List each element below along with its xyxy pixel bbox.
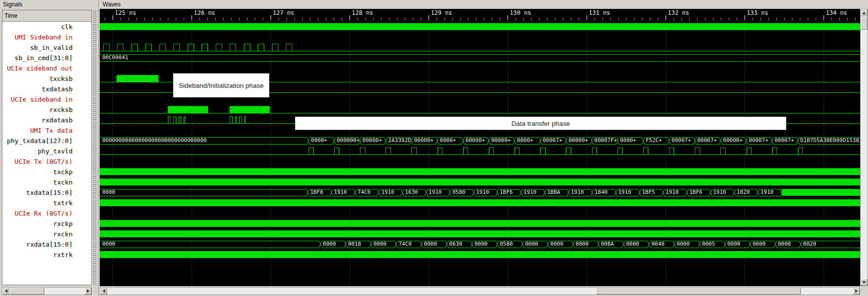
down-arrow-icon <box>862 281 866 284</box>
scroll-left-arrow[interactable] <box>2 288 9 295</box>
scroll-up-arrow[interactable] <box>861 9 868 16</box>
scroll-right-arrow[interactable] <box>84 288 91 295</box>
waves-scrollbar-thumb[interactable] <box>596 288 801 295</box>
waves-panel: Waves Sideband/Initialization phaseData … <box>100 0 868 296</box>
signal-name[interactable]: txcksb <box>2 74 91 84</box>
scroll-right-arrow[interactable] <box>853 288 860 295</box>
signal-group-label[interactable]: UCIe sideband out <box>2 63 91 74</box>
left-arrow-icon <box>103 289 105 293</box>
waves-vscrollbar-track[interactable] <box>861 16 868 279</box>
signals-frame: Time clkUMI Sideband insb_in_validsb_in_… <box>2 10 92 285</box>
waveform-canvas[interactable] <box>100 9 860 286</box>
gtkwave-window: Signals Time clkUMI Sideband insb_in_val… <box>0 0 868 296</box>
waves-scrollbar-track[interactable] <box>107 288 853 295</box>
signal-name[interactable]: phy_txvld <box>2 146 91 156</box>
signal-name[interactable]: rxdatasb <box>2 115 91 125</box>
signal-name[interactable]: rxckn <box>2 229 91 239</box>
waves-panel-title: Waves <box>100 0 868 9</box>
signals-panel: Signals Time clkUMI Sideband insb_in_val… <box>0 0 99 296</box>
right-arrow-icon <box>855 289 858 293</box>
signal-name[interactable]: sb_in_cmd[31:0] <box>2 53 91 63</box>
signal-name[interactable]: rxcksb <box>2 105 91 115</box>
signal-name[interactable]: rxtrk <box>2 250 91 260</box>
signal-name[interactable]: txtrk <box>2 198 91 208</box>
scroll-down-arrow[interactable] <box>861 279 868 286</box>
signal-group-label[interactable]: UCIe Tx (8GT/s) <box>2 156 91 167</box>
signal-name[interactable]: clk <box>2 22 91 32</box>
up-arrow-icon <box>862 12 866 14</box>
signal-name[interactable]: rxdata[15:0] <box>2 239 91 250</box>
signal-name[interactable]: txdatasb <box>2 84 91 94</box>
signal-group-label[interactable]: UCIe Rx (8GT/s) <box>2 208 91 219</box>
scroll-left-arrow[interactable] <box>100 288 107 295</box>
time-column-header: Time <box>2 10 91 22</box>
signal-name[interactable]: txckp <box>2 167 91 177</box>
signal-name[interactable]: txdata[15:0] <box>2 187 91 198</box>
signals-scrollbar-track[interactable] <box>9 288 84 295</box>
pane-splitter-handle[interactable] <box>93 10 97 285</box>
signal-group-label[interactable]: UMI Tx data <box>2 125 91 136</box>
left-arrow-icon <box>5 289 7 293</box>
signal-group-label[interactable]: UMI Sideband in <box>2 32 91 42</box>
signals-scrollbar-thumb[interactable] <box>10 288 44 295</box>
waves-vscrollbar-thumb[interactable] <box>861 17 868 30</box>
signal-list: clkUMI Sideband insb_in_validsb_in_cmd[3… <box>2 22 91 260</box>
signal-name[interactable]: rxckp <box>2 219 91 229</box>
waves-vertical-scrollbar[interactable] <box>860 9 868 286</box>
signals-horizontal-scrollbar[interactable] <box>2 287 92 295</box>
signals-panel-title: Signals <box>0 0 98 9</box>
right-arrow-icon <box>87 289 89 293</box>
signal-name[interactable]: txckn <box>2 177 91 187</box>
signal-name[interactable]: sb_in_valid <box>2 42 91 53</box>
waves-horizontal-scrollbar[interactable] <box>100 287 860 295</box>
signal-group-label[interactable]: UCIe sideband in <box>2 94 91 105</box>
signal-name[interactable]: phy_txdata[127:0] <box>2 136 91 146</box>
